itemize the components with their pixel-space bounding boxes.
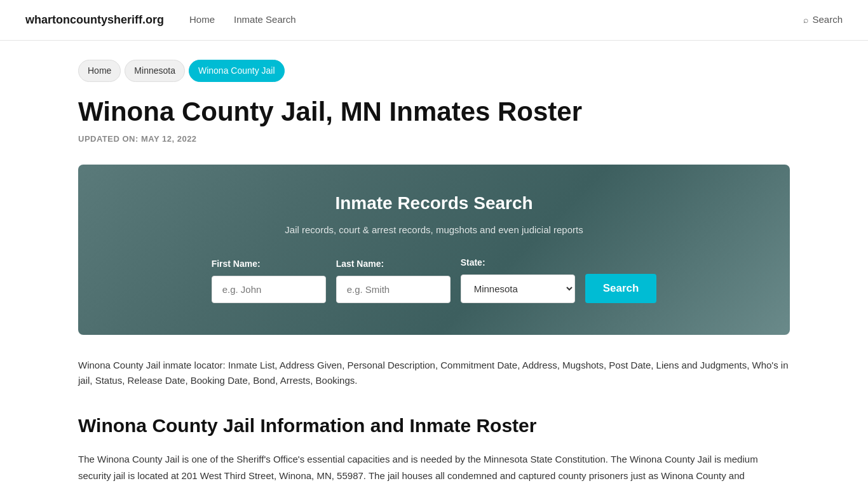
breadcrumb-winona-county-jail: Winona County Jail: [189, 60, 285, 82]
header-search-label: Search: [812, 13, 843, 27]
breadcrumb-minnesota[interactable]: Minnesota: [125, 60, 185, 82]
inmate-search-form: First Name: Last Name: State: Minnesota …: [116, 256, 752, 303]
first-name-input[interactable]: [212, 276, 326, 303]
nav-home-link[interactable]: Home: [189, 13, 215, 27]
updated-date: UPDATED ON: MAY 12, 2022: [78, 133, 790, 146]
last-name-input[interactable]: [336, 276, 451, 303]
breadcrumb: Home Minnesota Winona County Jail: [78, 60, 790, 82]
header-search-button[interactable]: ⌕ Search: [803, 13, 843, 27]
first-name-group: First Name:: [212, 257, 326, 303]
page-title: Winona County Jail, MN Inmates Roster: [78, 97, 790, 126]
state-select[interactable]: Minnesota Alabama Alaska Arizona Arkansa…: [461, 274, 575, 303]
search-widget-title: Inmate Records Search: [116, 190, 752, 217]
search-icon: ⌕: [803, 13, 808, 27]
last-name-label: Last Name:: [336, 257, 384, 271]
nav-inmate-search-link[interactable]: Inmate Search: [234, 13, 296, 27]
search-widget-subtitle: Jail records, court & arrest records, mu…: [116, 223, 752, 238]
inmate-records-search-widget: Inmate Records Search Jail records, cour…: [78, 165, 790, 336]
site-logo[interactable]: whartoncountysheriff.org: [25, 11, 164, 29]
search-button[interactable]: Search: [585, 274, 657, 303]
description-text: Winona County Jail inmate locator: Inmat…: [78, 358, 790, 388]
section-body: The Winona County Jail is one of the She…: [78, 451, 790, 488]
site-header: whartoncountysheriff.org Home Inmate Sea…: [0, 0, 868, 41]
section-heading: Winona County Jail Information and Inmat…: [78, 411, 790, 440]
main-nav: Home Inmate Search: [189, 13, 803, 27]
state-label: State:: [461, 256, 485, 269]
main-content: Home Minnesota Winona County Jail Winona…: [53, 41, 815, 488]
state-group: State: Minnesota Alabama Alaska Arizona …: [461, 256, 575, 303]
breadcrumb-home[interactable]: Home: [78, 60, 121, 82]
last-name-group: Last Name:: [336, 257, 451, 303]
first-name-label: First Name:: [212, 257, 261, 271]
